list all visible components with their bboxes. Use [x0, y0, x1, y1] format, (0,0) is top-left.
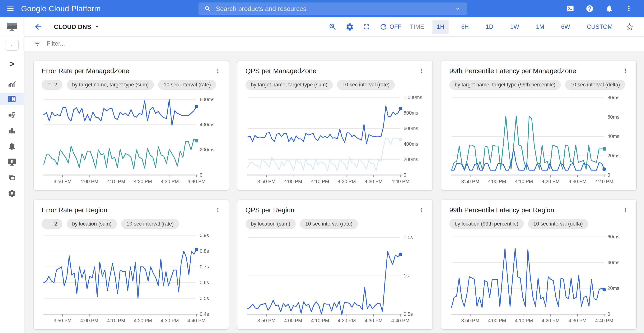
- svg-text:4:00 PM: 4:00 PM: [488, 318, 506, 323]
- sidebar-item-uptime-checks[interactable]: [0, 156, 24, 168]
- time-range-6w[interactable]: 6W: [557, 20, 574, 34]
- chart-canvas[interactable]: 0.9s0.8s0.7s0.6s0.5s0.4s3:50 PM4:00 PM4:…: [42, 230, 221, 323]
- time-range-custom[interactable]: CUSTOM: [583, 20, 617, 34]
- zoom-timeline-icon[interactable]: [328, 23, 337, 31]
- product-title: Google Cloud Platform: [21, 4, 101, 13]
- aggregation-chip[interactable]: 10 sec interval (rate): [121, 219, 179, 229]
- chart-title: Error Rate per Region: [42, 206, 107, 214]
- sidebar-item-reports[interactable]: [0, 125, 24, 136]
- sidebar-item-dashboards[interactable]: [0, 93, 24, 105]
- chart-title: 99th Percentile Latency per ManagedZone: [449, 67, 576, 75]
- svg-text:0.7s: 0.7s: [200, 264, 209, 269]
- fullscreen-icon[interactable]: [362, 23, 371, 31]
- cloud-shell-icon[interactable]: [566, 4, 574, 13]
- dashboard-title[interactable]: CLOUD DNS: [54, 23, 91, 30]
- aggregation-chip[interactable]: by location (sum): [246, 219, 296, 229]
- sidebar-item-settings[interactable]: [0, 187, 24, 199]
- chart-menu-icon[interactable]: [622, 67, 629, 74]
- aggregation-chip[interactable]: by location (99th percentile): [449, 219, 524, 229]
- help-icon[interactable]: [586, 4, 594, 13]
- filter-icon: [34, 40, 41, 47]
- svg-text:3:50 PM: 3:50 PM: [54, 179, 72, 184]
- time-range-1h[interactable]: 1H: [432, 20, 448, 34]
- svg-text:4:40 PM: 4:40 PM: [188, 318, 206, 323]
- svg-text:3:50 PM: 3:50 PM: [257, 179, 276, 184]
- chart-menu-icon[interactable]: [622, 207, 629, 213]
- aggregation-chip[interactable]: 10 sec interval (rate): [158, 80, 216, 90]
- menu-icon[interactable]: [6, 4, 14, 13]
- svg-text:3:50 PM: 3:50 PM: [461, 179, 479, 184]
- aggregation-chip[interactable]: by location (sum): [67, 219, 117, 229]
- chart-chips: 2by target name, target type (sum)10 sec…: [42, 80, 221, 90]
- chart-canvas[interactable]: 1.5s1s0.5s3:50 PM4:00 PM4:10 PM4:20 PM4:…: [246, 230, 425, 323]
- chart-canvas[interactable]: 80ms60ms40ms20ms03:50 PM4:00 PM4:10 PM4:…: [449, 91, 629, 184]
- monitoring-logo-icon[interactable]: [0, 17, 24, 36]
- chart-canvas[interactable]: 60ms40ms20ms03:50 PM4:00 PM4:10 PM4:20 P…: [449, 230, 629, 323]
- expand-sidebar-button[interactable]: >: [10, 59, 14, 68]
- dashboard-title-caret-icon[interactable]: [94, 24, 100, 30]
- chart-menu-icon[interactable]: [214, 207, 221, 213]
- chart-canvas[interactable]: 600ms400ms200ms03:50 PM4:00 PM4:10 PM4:2…: [42, 91, 221, 184]
- refresh-state-label: OFF: [390, 23, 402, 30]
- time-range-1w[interactable]: 1W: [506, 20, 523, 34]
- aggregation-chip[interactable]: 10 sec interval (delta): [528, 219, 588, 229]
- svg-text:20ms: 20ms: [608, 153, 620, 158]
- search-input[interactable]: [216, 5, 450, 12]
- chart-chips: by target name, target type (99th percen…: [449, 80, 629, 90]
- auto-refresh-toggle[interactable]: OFF: [379, 23, 402, 31]
- filter-count-chip[interactable]: 2: [42, 219, 62, 229]
- chart-title: Error Rate per ManagedZone: [42, 67, 129, 75]
- filter-count-chip[interactable]: 2: [42, 80, 62, 90]
- chevron-down-icon[interactable]: [454, 5, 461, 12]
- time-range-1m[interactable]: 1M: [532, 20, 548, 34]
- svg-text:80ms: 80ms: [608, 95, 620, 100]
- uptime-check-icon: [8, 157, 16, 166]
- svg-text:4:30 PM: 4:30 PM: [364, 318, 382, 323]
- aggregation-chip[interactable]: 10 sec interval (delta): [565, 80, 625, 90]
- chart-chips: by target name, target type (sum)10 sec …: [246, 80, 425, 90]
- svg-text:0.9s: 0.9s: [200, 233, 209, 238]
- time-range-1d[interactable]: 1D: [482, 20, 498, 34]
- back-arrow-icon[interactable]: [34, 22, 43, 31]
- settings-gear-icon: [8, 189, 16, 198]
- svg-text:600ms: 600ms: [200, 97, 214, 102]
- alerting-bell-icon: [8, 142, 16, 151]
- aggregation-chip[interactable]: by target name, target type (sum): [67, 80, 154, 90]
- aggregation-chip[interactable]: by target name, target type (99th percen…: [449, 80, 561, 90]
- chart-canvas[interactable]: 1,000ms800ms600ms400ms200ms03:50 PM4:00 …: [246, 91, 425, 184]
- settings-icon[interactable]: [346, 23, 354, 31]
- star-icon[interactable]: [625, 22, 634, 31]
- sidebar-item-services[interactable]: [0, 109, 24, 121]
- services-icon: [8, 110, 16, 119]
- svg-text:20ms: 20ms: [608, 286, 620, 291]
- svg-text:600ms: 600ms: [404, 126, 418, 131]
- dashboard-content: Error Rate per ManagedZone 2by target na…: [24, 51, 644, 333]
- svg-text:60ms: 60ms: [608, 234, 620, 239]
- svg-text:0: 0: [200, 172, 202, 178]
- chart-menu-icon[interactable]: [418, 67, 425, 74]
- sidebar-item-alerting[interactable]: [0, 140, 24, 152]
- notifications-icon[interactable]: [605, 4, 613, 13]
- dashboard-toolbar: CLOUD DNS OFF TIME 1H 6H 1D 1W 1M 6W CUS…: [24, 17, 644, 36]
- aggregation-chip[interactable]: by target name, target type (sum): [246, 80, 333, 90]
- sidebar-item-metrics-explorer[interactable]: [0, 77, 24, 89]
- chart-menu-icon[interactable]: [214, 67, 221, 74]
- svg-text:200ms: 200ms: [404, 157, 418, 162]
- svg-text:0.4s: 0.4s: [200, 311, 209, 317]
- filter-input[interactable]: [46, 40, 644, 47]
- aggregation-chip[interactable]: 10 sec interval (rate): [337, 80, 395, 90]
- more-vert-icon[interactable]: [625, 4, 633, 13]
- chart-card-qps-managedzone: QPS per ManagedZone by target name, targ…: [238, 60, 432, 190]
- chart-card-error-rate-region: Error Rate per Region 2by location (sum)…: [34, 200, 228, 329]
- chart-chips: by location (sum)10 sec interval (rate): [246, 219, 425, 229]
- chart-card-latency-managedzone: 99th Percentile Latency per ManagedZone …: [441, 60, 636, 190]
- global-search[interactable]: [198, 2, 467, 15]
- aggregation-chip[interactable]: 10 sec interval (rate): [300, 219, 358, 229]
- sidebar-item-groups[interactable]: [0, 172, 24, 184]
- svg-text:4:00 PM: 4:00 PM: [284, 179, 302, 184]
- groups-icon: [8, 173, 16, 182]
- svg-text:4:00 PM: 4:00 PM: [284, 318, 302, 323]
- time-range-6h[interactable]: 6H: [457, 20, 473, 34]
- workspace-picker[interactable]: [5, 40, 19, 50]
- chart-menu-icon[interactable]: [418, 207, 425, 213]
